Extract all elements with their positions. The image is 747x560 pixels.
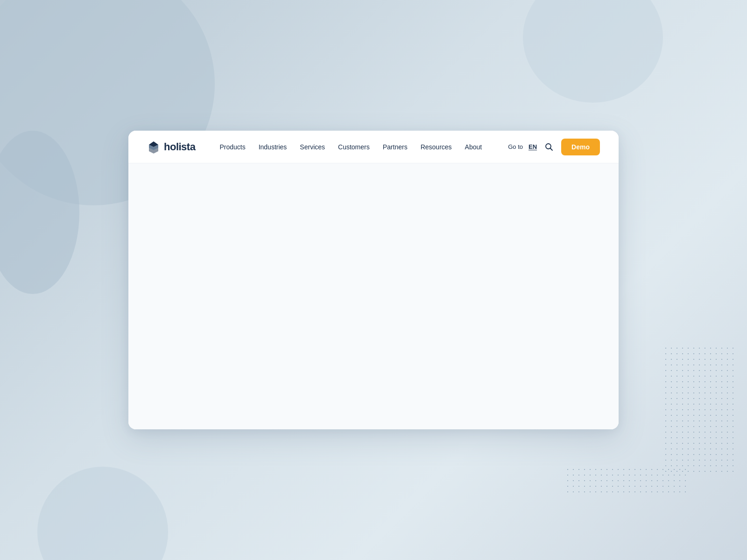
- svg-line-4: [550, 148, 553, 150]
- search-icon: [545, 143, 553, 151]
- nav-right: Go to EN Demo: [508, 139, 600, 155]
- nav-item-partners[interactable]: Partners: [377, 140, 413, 154]
- bg-decoration-circle-top-right: [523, 0, 663, 103]
- logo-icon: [147, 140, 160, 154]
- language-selector[interactable]: EN: [529, 143, 537, 150]
- nav-item-resources[interactable]: Resources: [415, 140, 458, 154]
- goto-text: Go to: [508, 143, 523, 150]
- logo-text: holista: [164, 141, 195, 153]
- nav-links: Products Industries Services Customers P…: [214, 140, 508, 154]
- navbar: holista Products Industries Services Cus…: [128, 131, 619, 163]
- main-card: holista Products Industries Services Cus…: [128, 131, 619, 429]
- search-button[interactable]: [543, 140, 556, 154]
- bg-decoration-circle-bottom-left: [37, 467, 168, 560]
- nav-item-about[interactable]: About: [459, 140, 488, 154]
- nav-item-customers[interactable]: Customers: [332, 140, 375, 154]
- nav-item-industries[interactable]: Industries: [253, 140, 293, 154]
- nav-item-services[interactable]: Services: [294, 140, 331, 154]
- dot-grid-right: [663, 345, 738, 476]
- dot-grid-bottom: [565, 467, 686, 495]
- logo[interactable]: holista: [147, 140, 195, 154]
- nav-item-products[interactable]: Products: [214, 140, 251, 154]
- demo-button[interactable]: Demo: [561, 139, 600, 155]
- content-area: [128, 163, 619, 429]
